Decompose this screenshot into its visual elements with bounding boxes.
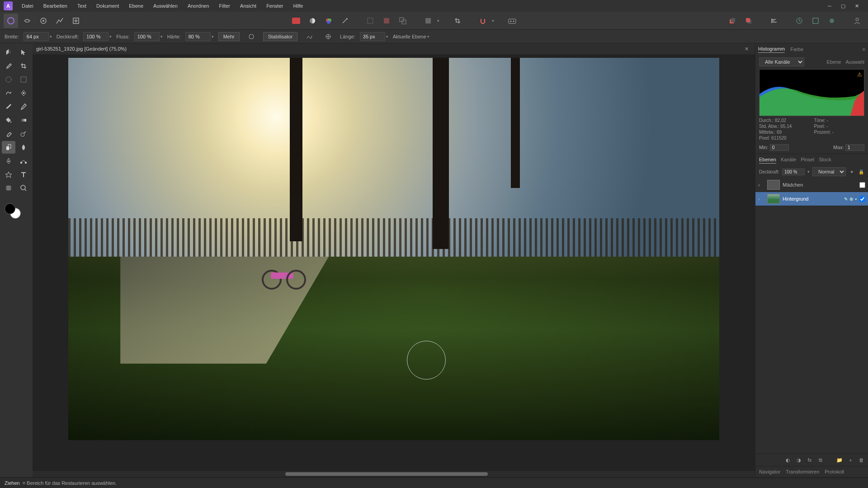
menu-filter[interactable]: Filter: [215, 1, 235, 10]
layer-row-hintergrund[interactable]: › Hintergrund ✎ ⊕ ▪: [755, 192, 868, 206]
paint-brush-tool[interactable]: [2, 100, 15, 113]
hardness-input[interactable]: [185, 32, 211, 41]
window-maximize-button[interactable]: ▢: [839, 2, 847, 10]
color-swatches[interactable]: [2, 203, 31, 221]
align-icon[interactable]: [767, 14, 781, 28]
channels-select[interactable]: Alle Kanäle: [759, 57, 804, 66]
account-icon[interactable]: [850, 14, 864, 28]
sync2-icon[interactable]: [808, 14, 823, 28]
rope-mode-icon[interactable]: [302, 29, 316, 44]
length-input[interactable]: [360, 32, 385, 41]
add-pixel-layer-button[interactable]: ＋: [846, 456, 854, 464]
colorpicker-tool[interactable]: [2, 60, 15, 72]
flow-input[interactable]: [134, 32, 160, 41]
arrange-front-icon[interactable]: [741, 14, 756, 28]
blend-mode-select[interactable]: Normal: [812, 167, 846, 176]
wet-edges-icon[interactable]: [244, 29, 259, 44]
menu-auswaehlen[interactable]: Auswählen: [149, 1, 182, 10]
flow-dropdown[interactable]: ▾: [160, 34, 163, 39]
crop-icon[interactable]: [450, 14, 465, 28]
window-close-button[interactable]: ✕: [853, 2, 861, 10]
stock-tab[interactable]: Stock: [819, 156, 831, 164]
layer-opacity-input[interactable]: [782, 169, 805, 175]
layer-row-maedchen[interactable]: › Mädchen: [755, 178, 868, 192]
menu-anordnen[interactable]: Anordnen: [183, 1, 214, 10]
hardness-dropdown[interactable]: ▾: [212, 34, 214, 39]
clone-tool[interactable]: [2, 141, 15, 154]
gradient-tool[interactable]: [17, 114, 30, 127]
selection-new-icon[interactable]: [363, 14, 377, 28]
hist-auswahl-tab[interactable]: Auswahl: [845, 58, 864, 66]
group-layer-button[interactable]: 📁: [835, 456, 844, 464]
delete-layer-button[interactable]: 🗑: [857, 456, 865, 464]
color-tab[interactable]: Farbe: [790, 46, 803, 53]
assistant-icon[interactable]: [505, 14, 519, 28]
layer-visibility-toggle[interactable]: ›: [758, 196, 764, 202]
quickmask-icon[interactable]: [421, 14, 435, 28]
crop-tool[interactable]: [17, 60, 30, 72]
max-input[interactable]: [845, 144, 864, 151]
menu-ansicht[interactable]: Ansicht: [236, 1, 261, 10]
stabilizer-button[interactable]: Stabilisator: [263, 32, 297, 41]
node-tool[interactable]: [17, 155, 30, 167]
adjustment-layer-button[interactable]: ◑: [795, 456, 803, 464]
fill-tool[interactable]: [2, 114, 15, 127]
selection-sub-icon[interactable]: [396, 14, 410, 28]
layer-fx-icon[interactable]: ✦: [849, 168, 855, 176]
foreground-color-swatch[interactable]: [5, 203, 15, 214]
move-tool[interactable]: [17, 46, 30, 59]
persona-develop-icon[interactable]: [36, 14, 51, 28]
horizontal-scrollbar[interactable]: [33, 471, 755, 477]
selection-brush-tool[interactable]: [2, 73, 15, 86]
pixel-tool[interactable]: [17, 100, 30, 113]
hist-ebene-tab[interactable]: Ebene: [827, 58, 841, 66]
layer-opacity-dropdown[interactable]: ▾: [807, 169, 810, 174]
layer-visible-checkbox[interactable]: [859, 182, 865, 188]
snapping-dropdown[interactable]: ▾: [492, 19, 494, 23]
document-tab[interactable]: girl-535251_1920.jpg [Geändert] (75,0%): [36, 46, 127, 52]
channels-tab[interactable]: Kanäle: [781, 156, 796, 164]
layer-visibility-toggle[interactable]: ›: [758, 182, 764, 188]
text-tool[interactable]: [17, 168, 30, 181]
menu-hilfe[interactable]: Hilfe: [288, 1, 307, 10]
zoom-tool[interactable]: [17, 182, 30, 194]
histogram-tab[interactable]: Histogramm: [758, 45, 785, 53]
document-close-button[interactable]: ✕: [745, 46, 751, 52]
menu-ebene[interactable]: Ebene: [124, 1, 148, 10]
layer-link-icon[interactable]: ⊕: [849, 197, 853, 202]
menu-dokument[interactable]: Dokument: [92, 1, 123, 10]
opacity-input[interactable]: [83, 32, 108, 41]
transform-tab[interactable]: Transformieren: [786, 468, 819, 475]
min-input[interactable]: [770, 144, 789, 151]
arrange-back-icon[interactable]: [725, 14, 740, 28]
menu-text[interactable]: Text: [73, 1, 91, 10]
live-filter-button[interactable]: ⧉: [816, 456, 825, 464]
snapping-icon[interactable]: [476, 14, 490, 28]
quickmask-dropdown[interactable]: ▾: [437, 19, 439, 23]
window-minimize-button[interactable]: ─: [826, 2, 834, 10]
flood-select-tool[interactable]: [17, 87, 30, 99]
autowb-icon[interactable]: [338, 14, 352, 28]
pen-tool[interactable]: [2, 155, 15, 167]
window-mode-icon[interactable]: [321, 29, 335, 44]
marquee-tool[interactable]: [17, 73, 30, 86]
canvas-image[interactable]: [68, 58, 719, 440]
erase-tool[interactable]: [2, 127, 15, 140]
canvas-viewport[interactable]: [33, 54, 755, 471]
layer-edit-icon[interactable]: ✎: [844, 197, 848, 202]
layer-lock-small-icon[interactable]: ▪: [855, 197, 857, 202]
mesh-tool[interactable]: [2, 182, 15, 194]
persona-export-icon[interactable]: [69, 14, 83, 28]
persona-liquify-icon[interactable]: [20, 14, 34, 28]
opacity-dropdown[interactable]: ▾: [109, 34, 112, 39]
view-tool[interactable]: [2, 46, 15, 59]
freehand-tool[interactable]: [2, 87, 15, 99]
menu-bearbeiten[interactable]: Bearbeiten: [39, 1, 72, 10]
persona-photo-icon[interactable]: [4, 14, 18, 28]
more-button[interactable]: Mehr: [218, 32, 240, 41]
scrollbar-thumb[interactable]: [285, 472, 487, 476]
fx-layer-button[interactable]: fx: [806, 456, 814, 464]
layer-lock-icon[interactable]: 🔒: [858, 168, 864, 176]
dodge-tool[interactable]: [17, 127, 30, 140]
width-dropdown[interactable]: ▾: [50, 34, 52, 39]
